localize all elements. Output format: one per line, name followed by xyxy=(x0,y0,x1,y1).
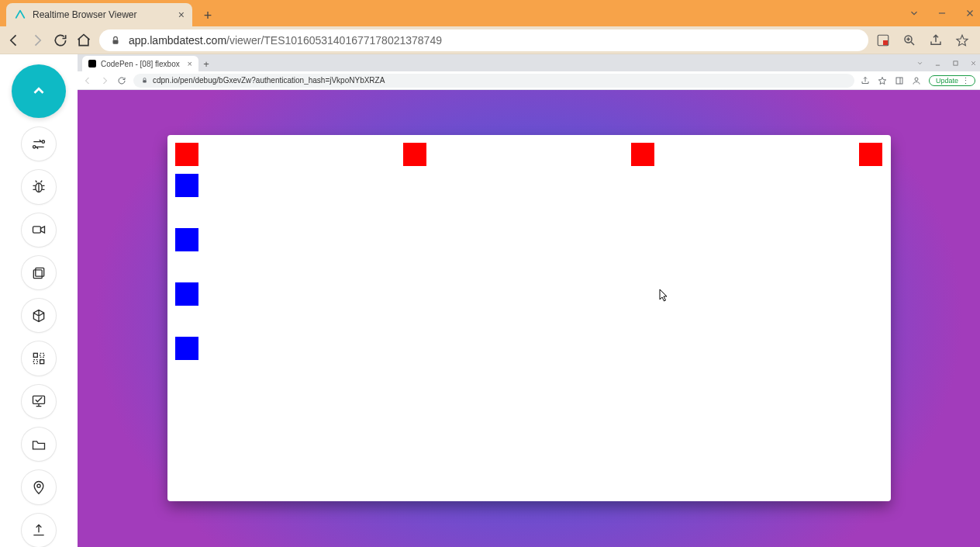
switch-icon xyxy=(31,137,47,152)
svg-rect-12 xyxy=(33,360,37,364)
remote-viewport: CodePen - [08] flexbox × + cdpn.io/pen/d… xyxy=(78,54,980,547)
sidebar-tool-component[interactable] xyxy=(22,341,56,375)
inner-back-button[interactable] xyxy=(82,75,93,86)
inner-address-bar: cdpn.io/pen/debug/bGxevZw?authentication… xyxy=(78,71,980,90)
inner-url-field[interactable]: cdpn.io/pen/debug/bGxevZw?authentication… xyxy=(133,74,854,88)
outer-tab-title: Realtime Browser Viewer xyxy=(33,9,172,20)
sidebar-tool-switch[interactable] xyxy=(22,127,56,161)
home-button[interactable] xyxy=(76,33,91,48)
svg-rect-11 xyxy=(40,353,44,357)
svg-point-4 xyxy=(42,140,44,143)
flex-row-space-between xyxy=(175,143,883,166)
blue-square xyxy=(175,282,198,306)
red-square xyxy=(175,143,198,166)
inner-tab-title: CodePen - [08] flexbox xyxy=(101,60,183,68)
bug-icon xyxy=(31,179,47,195)
outer-window-controls xyxy=(909,0,975,26)
update-button[interactable]: Update ⋮ xyxy=(929,75,975,86)
chevron-up-icon xyxy=(30,82,47,99)
blue-square xyxy=(175,174,198,197)
lock-icon xyxy=(110,35,121,46)
svg-rect-17 xyxy=(143,80,147,82)
inner-tab-active[interactable]: CodePen - [08] flexbox × xyxy=(82,56,198,71)
lock-icon xyxy=(141,77,148,84)
cube-icon xyxy=(31,308,47,324)
share-icon[interactable] xyxy=(861,76,870,85)
svg-rect-7 xyxy=(33,227,41,233)
sidebar-tool-location[interactable] xyxy=(22,470,56,504)
translate-icon[interactable] xyxy=(876,33,890,47)
svg-rect-10 xyxy=(33,353,37,357)
sidebar-collapse-button[interactable] xyxy=(12,64,66,118)
flex-column xyxy=(175,174,883,360)
svg-rect-13 xyxy=(40,360,44,364)
sidebar-tool-video[interactable] xyxy=(22,213,56,247)
outer-url-path: /viewer/TES10160531401677178021378749 xyxy=(226,34,442,47)
upload-icon xyxy=(31,522,47,538)
blue-square xyxy=(175,337,198,360)
red-square xyxy=(859,143,882,166)
profile-icon[interactable] xyxy=(912,76,921,85)
codepen-favicon-icon xyxy=(88,60,96,68)
outer-url-field[interactable]: app.lambdatest.com/viewer/TES10160531401… xyxy=(99,29,868,51)
gallery-icon xyxy=(31,265,47,281)
inner-url-text: cdpn.io/pen/debug/bGxevZw?authentication… xyxy=(153,76,385,85)
forward-button[interactable] xyxy=(29,33,45,48)
close-icon[interactable]: × xyxy=(188,59,192,68)
monitor-icon xyxy=(31,393,47,409)
sidebar-tool-bug[interactable] xyxy=(22,170,56,203)
red-square xyxy=(403,143,426,166)
svg-rect-2 xyxy=(883,40,888,45)
close-icon[interactable] xyxy=(964,8,975,19)
svg-point-15 xyxy=(37,484,40,487)
inner-new-tab-button[interactable]: + xyxy=(198,56,214,71)
video-icon xyxy=(31,222,47,237)
share-icon[interactable] xyxy=(929,33,943,47)
back-button[interactable] xyxy=(6,33,22,48)
chevron-down-icon[interactable] xyxy=(916,60,923,67)
inner-reload-button[interactable] xyxy=(116,75,127,86)
maximize-icon[interactable] xyxy=(952,60,959,67)
svg-point-5 xyxy=(33,145,36,147)
panel-icon[interactable] xyxy=(895,76,904,85)
inner-toolbar-right: Update ⋮ xyxy=(861,75,975,86)
chevron-down-icon[interactable] xyxy=(909,8,920,19)
outer-toolbar-right xyxy=(876,33,974,47)
outer-tab-active[interactable]: Realtime Browser Viewer × xyxy=(6,3,192,26)
reload-button[interactable] xyxy=(53,33,68,48)
page-content xyxy=(78,90,980,547)
sidebar-tool-cube[interactable] xyxy=(22,299,56,332)
inner-window-controls xyxy=(916,54,977,71)
svg-rect-0 xyxy=(113,40,119,43)
svg-rect-8 xyxy=(36,268,44,276)
outer-tabstrip: Realtime Browser Viewer × + xyxy=(0,0,980,26)
sidebar-tool-upload[interactable] xyxy=(22,514,56,547)
component-icon xyxy=(31,351,47,366)
location-icon xyxy=(31,479,47,495)
inner-forward-button[interactable] xyxy=(99,75,110,86)
svg-point-19 xyxy=(915,78,918,81)
inner-tabstrip: CodePen - [08] flexbox × + xyxy=(78,54,980,71)
minimize-icon[interactable] xyxy=(934,60,941,67)
zoom-icon[interactable] xyxy=(902,33,916,47)
close-icon[interactable] xyxy=(970,60,977,67)
outer-new-tab-button[interactable]: + xyxy=(197,5,219,26)
lambdatest-favicon-icon xyxy=(14,9,26,21)
sidebar-tool-gallery[interactable] xyxy=(22,256,56,289)
svg-rect-9 xyxy=(33,269,42,278)
lambdatest-sidebar xyxy=(0,54,78,547)
red-square xyxy=(631,143,654,166)
close-icon[interactable]: × xyxy=(178,9,185,21)
folder-icon xyxy=(31,437,47,452)
sidebar-tool-folder[interactable] xyxy=(22,428,56,461)
workspace: CodePen - [08] flexbox × + cdpn.io/pen/d… xyxy=(0,54,980,547)
star-icon[interactable] xyxy=(955,33,969,47)
blue-square xyxy=(175,228,198,251)
minimize-icon[interactable] xyxy=(937,8,947,19)
sidebar-tool-monitor[interactable] xyxy=(22,385,56,418)
flexbox-demo-card xyxy=(167,135,891,501)
update-label: Update xyxy=(936,77,958,85)
svg-rect-16 xyxy=(954,61,958,64)
star-icon[interactable] xyxy=(878,76,887,85)
outer-url-domain: app.lambdatest.com xyxy=(129,34,226,47)
